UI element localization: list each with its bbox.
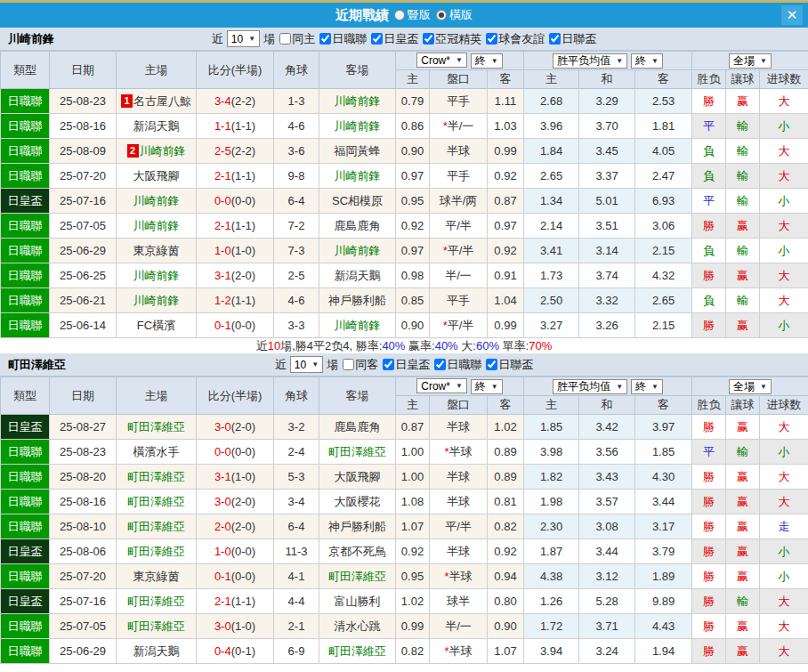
match-row: 日職聯25-08-10町田澤維亞2-0(2-0)6-4神戶勝利船1.07平/半0… [1,514,808,539]
handicap-result-cell: 赢 [726,639,760,664]
radio-selected-icon[interactable] [436,10,447,20]
layout-radio-vertical[interactable]: 豎版 [394,7,431,23]
avg-stage-select[interactable]: 終▼ [631,379,663,394]
column-subheader-odds_home: 主 [396,70,430,89]
corners-cell: 1-3 [274,89,319,114]
score-cell: 2-0(2-0) [197,514,274,539]
half-time-score: (0-0) [231,570,255,583]
full-time-score: 0-4 [214,644,231,658]
corners-cell: 6-9 [274,639,319,664]
match-date-cell: 25-06-29 [50,239,117,263]
result-value: 勝 [703,570,715,583]
close-icon[interactable]: ✕ [781,5,803,25]
corners-cell: 3-6 [274,139,319,164]
result-value: 勝 [703,319,715,332]
near-count-select[interactable]: 10▼ [290,356,323,373]
same-venue-checkbox[interactable] [343,359,354,370]
score-cell: 3-0(2-0) [197,415,274,440]
avg-home-odds-cell: 1.84 [524,139,579,164]
league-checkbox-日皇盃[interactable] [371,33,383,45]
odds-provider-select[interactable]: Crow*▼ [416,53,467,68]
handicap-result-value: 赢 [737,619,748,633]
avg-draw-odds-cell: 3.14 [579,239,635,263]
odds-stage-select[interactable]: 終▼ [471,379,503,394]
league-checkbox-label: 日職聯 [447,357,481,373]
result-cell: 負 [692,239,726,263]
chevron-down-icon: ▼ [651,57,659,65]
avg-home-odds-cell: 3.41 [524,239,579,263]
away-odds-cell: 1.07 [488,639,524,664]
odds-provider-select[interactable]: Crow*▼ [416,378,467,393]
layout-radio-horizontal[interactable]: 橫版 [436,7,473,23]
away-team-cell: 川崎前鋒 [319,239,396,263]
games-label: 場 [263,31,275,47]
home-team-cell: 新潟天鵝 [117,639,197,664]
same-venue-checkbox[interactable] [279,33,291,45]
avg-draw-odds-cell: 3.56 [579,440,635,465]
result-value: 負 [703,144,715,158]
league-checkbox-日職聯[interactable] [434,359,446,370]
score-cell: 1-1(1-1) [197,114,274,139]
handicap-cell: *半球 [430,639,488,664]
summary-segment: 40% [435,339,458,352]
result-value: 勝 [703,595,715,608]
handicap-value: 半球 [447,144,470,158]
result-cell: 勝 [692,539,726,564]
handicap-result-value: 輸 [737,144,748,158]
near-count-select-value: 10 [231,33,243,45]
home-team-cell: 大阪飛腳 [117,164,197,189]
result-cell: 勝 [692,313,726,338]
layout-radio-horizontal-label: 橫版 [449,7,473,23]
chevron-down-icon: ▼ [491,57,498,65]
half-time-score: (0-0) [231,445,255,458]
league-checkbox-亞冠精英[interactable] [423,33,434,45]
league-checkbox-日職聯[interactable] [319,33,331,45]
avg-away-odds-cell: 4.43 [635,614,692,639]
away-team-cell: 神戶勝利船 [319,288,396,313]
avg-away-odds-cell: 4.32 [635,263,692,288]
avg-odds-select[interactable]: 胜平负均值▼ [553,53,627,69]
avg-home-odds-cell: 2.14 [524,214,579,239]
match-date-cell: 25-07-20 [50,564,117,589]
score-cell: 3-0(2-0) [197,490,274,514]
column-subheader-avg_home: 主 [524,70,579,89]
column-subheader-handicap_result: 讓球 [726,396,760,415]
avg-away-odds-cell: 4.30 [635,465,692,490]
corners-cell: 6-4 [274,189,319,214]
away-team-name: 川崎前鋒 [335,319,381,332]
goals-result-cell: 小 [760,189,808,214]
league-checkbox-日皇盃[interactable] [383,359,394,370]
league-checkbox-日聯盃[interactable] [549,33,561,45]
avg-odds-select[interactable]: 胜平负均值▼ [553,379,627,394]
result-value: 勝 [703,644,715,658]
home-team-cell: 町田澤維亞 [117,465,197,490]
full-time-score: 3-0 [214,420,231,433]
handicap-value: 半球 [447,495,470,508]
league-checkbox-球會友誼[interactable] [486,33,497,45]
near-count-select[interactable]: 10▼ [227,30,260,47]
away-team-name: 川崎前鋒 [335,94,381,108]
odds-stage-select[interactable]: 終▼ [471,53,503,69]
league-checkbox-日聯盃[interactable] [486,359,497,370]
team2-results-table: 類型日期主場比分(半場)角球客場Crow*▼終▼胜平负均值▼終▼全場▼主盤口客主… [0,376,808,664]
home-team-name: 東京綠茵 [133,244,180,257]
goals-result-cell: 大 [760,614,808,639]
avg-away-odds-cell: 6.93 [635,189,692,214]
full-match-select[interactable]: 全場▼ [729,379,772,394]
result-cell: 勝 [692,639,726,664]
league-checkbox-label: 日聯盃 [562,31,596,47]
away-team-cell: 福岡黃蜂 [319,139,396,164]
avg-stage-select[interactable]: 終▼ [631,53,663,69]
away-odds-cell: 0.92 [488,539,524,564]
full-match-select[interactable]: 全場▼ [729,53,772,69]
avg-away-odds-cell: 3.97 [635,415,692,440]
match-row: 日職聯25-06-29新潟天鵝0-4(0-1)6-9町田澤維亞0.82*半球1.… [1,639,808,664]
match-date-cell: 25-06-29 [50,639,117,664]
radio-unselected-icon[interactable] [394,10,405,20]
half-time-score: (0-1) [231,644,255,658]
home-odds-cell: 0.82 [396,639,430,664]
handicap-cell: 球半 [430,589,488,614]
away-team-name: 神戶勝利船 [328,520,386,533]
away-odds-cell: 1.04 [488,288,524,313]
handicap-result-value: 赢 [737,545,748,558]
